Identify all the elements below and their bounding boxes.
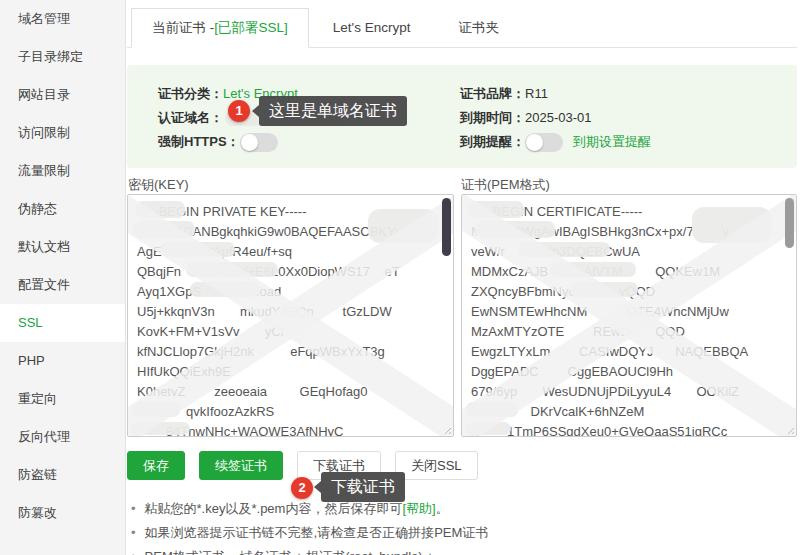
pem-scrollbar-thumb[interactable]: [785, 198, 794, 248]
expire-remind-toggle[interactable]: [525, 133, 563, 152]
sidebar-item-config-file[interactable]: 配置文件: [0, 266, 125, 304]
tab-deployed-badge: [已部署SSL]: [214, 20, 288, 35]
toggle-knob: [241, 134, 258, 151]
key-field-label: 密钥(KEY): [128, 176, 189, 194]
auth-domain-label: 认证域名：: [158, 106, 223, 130]
sidebar-item-redirect[interactable]: 重定向: [0, 380, 125, 418]
sidebar-item-access-limit[interactable]: 访问限制: [0, 114, 125, 152]
pem-field-label: 证书(PEM格式): [461, 176, 550, 194]
cert-brand-label: 证书品牌：: [460, 82, 525, 106]
sidebar-item-rewrite[interactable]: 伪静态: [0, 190, 125, 228]
force-https-toggle[interactable]: [240, 133, 278, 152]
save-button[interactable]: 保存: [127, 451, 185, 480]
sidebar-item-traffic-limit[interactable]: 流量限制: [0, 152, 125, 190]
sidebar-item-reverse-proxy[interactable]: 反向代理: [0, 418, 125, 456]
close-ssl-button[interactable]: 关闭SSL: [395, 451, 478, 480]
help-link[interactable]: [帮助]: [402, 501, 435, 516]
expire-remind-label: 到期提醒：: [460, 130, 525, 154]
note-pem-format: PEM格式证书 = 域名证书 + 根证书(root_bundle) + ...: [131, 545, 488, 555]
sidebar-item-php[interactable]: PHP: [0, 342, 125, 380]
help-notes: 粘贴您的*.key以及*.pem内容，然后保存即可[帮助]。 如果浏览器提示证书…: [131, 497, 488, 555]
sidebar-item-site-dir[interactable]: 网站目录: [0, 76, 125, 114]
sidebar-item-domain-manage[interactable]: 域名管理: [0, 0, 125, 38]
annotation-badge-1: 1: [228, 100, 250, 122]
expire-date-value: 2025-03-01: [525, 106, 592, 130]
cert-info-panel: 证书分类： Let's Encrypt 认证域名： 强制HTTPS： 证书品牌：…: [127, 65, 797, 168]
remind-setting-link[interactable]: 到期设置提醒: [573, 130, 651, 154]
sidebar-item-default-doc[interactable]: 默认文档: [0, 228, 125, 266]
expire-date-label: 到期时间：: [460, 106, 525, 130]
note-chain-warning: 如果浏览器提示证书链不完整,请检查是否正确拼接PEM证书: [131, 521, 488, 545]
cert-brand-value: R11: [525, 82, 548, 106]
renew-cert-button[interactable]: 续签证书: [199, 451, 283, 480]
ssl-tabbar: 当前证书 -[已部署SSL] Let's Encrypt 证书夹: [127, 9, 797, 48]
force-https-label: 强制HTTPS：: [158, 130, 240, 154]
settings-sidebar: 域名管理 子目录绑定 网站目录 访问限制 流量限制 伪静态 默认文档 配置文件 …: [0, 0, 126, 555]
key-scrollbar-thumb[interactable]: [442, 198, 451, 256]
ssl-panel: 当前证书 -[已部署SSL] Let's Encrypt 证书夹 证书分类： L…: [127, 0, 808, 555]
cert-type-label: 证书分类：: [158, 82, 223, 106]
tab-lets-encrypt[interactable]: Let's Encrypt: [309, 9, 435, 47]
key-textarea[interactable]: -----BEGIN PRIVATE KEY----- BADANBgkqhki…: [127, 194, 454, 437]
action-buttons: 保存 续签证书 下载证书 关闭SSL: [127, 451, 478, 480]
sidebar-item-ssl[interactable]: SSL: [0, 304, 125, 342]
pem-textarea[interactable]: -----BEGIN CERTIFICATE-----M 0WgAwIBAgIS…: [461, 194, 797, 437]
annotation-tooltip-2: 下载证书: [321, 472, 405, 502]
tab-cert-folder[interactable]: 证书夹: [434, 9, 523, 47]
annotation-tooltip-1: 这里是单域名证书: [259, 96, 407, 126]
tab-current-cert-prefix: 当前证书 -: [152, 20, 214, 35]
toggle-knob: [526, 134, 543, 151]
tab-current-cert[interactable]: 当前证书 -[已部署SSL]: [131, 8, 309, 48]
sidebar-item-subdir-bind[interactable]: 子目录绑定: [0, 38, 125, 76]
sidebar-item-anti-hotlink[interactable]: 防盗链: [0, 456, 125, 494]
note-paste-help: 粘贴您的*.key以及*.pem内容，然后保存即可[帮助]。: [131, 497, 488, 521]
sidebar-item-anti-tamper[interactable]: 防篡改: [0, 494, 125, 532]
annotation-badge-2: 2: [291, 477, 313, 499]
